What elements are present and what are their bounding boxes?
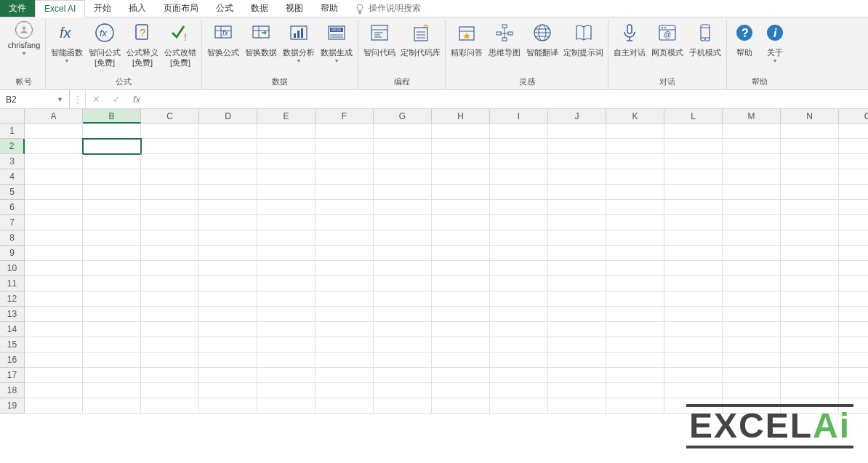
cell[interactable] (781, 307, 839, 322)
cell[interactable] (257, 291, 316, 307)
ask-formula-button[interactable]: fx 智问公式 [免费] (87, 20, 123, 70)
cell[interactable] (432, 353, 490, 368)
cell[interactable] (199, 246, 257, 261)
cell[interactable] (316, 322, 374, 337)
cell[interactable] (490, 337, 548, 353)
cell[interactable] (664, 230, 723, 246)
cell[interactable] (83, 353, 141, 368)
cell[interactable] (141, 383, 199, 398)
cell[interactable] (781, 261, 839, 276)
tab-layout[interactable]: 页面布局 (155, 0, 207, 17)
cell[interactable] (432, 337, 490, 353)
cell[interactable] (83, 185, 141, 200)
cell[interactable] (83, 246, 141, 261)
cell[interactable] (374, 200, 432, 215)
cell[interactable] (664, 276, 723, 291)
cell[interactable] (839, 169, 868, 185)
cell[interactable] (141, 230, 199, 246)
cell[interactable] (490, 169, 548, 185)
cell[interactable] (781, 368, 839, 383)
tab-insert[interactable]: 插入 (120, 0, 155, 17)
cell[interactable] (199, 169, 257, 185)
cell[interactable] (490, 398, 548, 414)
cell[interactable] (199, 124, 257, 139)
cell[interactable] (664, 383, 723, 398)
swap-data-button[interactable]: 智换数据 (243, 20, 279, 59)
cell[interactable] (257, 246, 316, 261)
cell[interactable] (664, 291, 723, 307)
col-header-H[interactable]: H (432, 109, 490, 124)
cell[interactable] (199, 215, 257, 230)
cell[interactable] (548, 368, 606, 383)
cell[interactable] (257, 230, 316, 246)
cell[interactable] (664, 307, 723, 322)
cell[interactable] (490, 383, 548, 398)
cell[interactable] (548, 398, 606, 414)
cell[interactable] (548, 169, 606, 185)
row-header-17[interactable]: 17 (0, 368, 25, 383)
cell[interactable] (199, 368, 257, 383)
cell[interactable] (781, 169, 839, 185)
cell[interactable] (141, 139, 199, 154)
cell[interactable] (781, 246, 839, 261)
cell[interactable] (316, 291, 374, 307)
row-header-10[interactable]: 10 (0, 261, 25, 276)
cell[interactable] (199, 307, 257, 322)
cell[interactable] (664, 261, 723, 276)
cell[interactable] (781, 139, 839, 154)
cell[interactable] (25, 169, 83, 185)
col-header-C[interactable]: C (141, 109, 199, 124)
cell[interactable] (606, 368, 664, 383)
cell[interactable] (664, 139, 723, 154)
cell[interactable] (374, 246, 432, 261)
cell[interactable] (781, 383, 839, 398)
tab-data[interactable]: 数据 (242, 0, 277, 17)
cell[interactable] (374, 307, 432, 322)
cell[interactable] (83, 291, 141, 307)
cell[interactable] (316, 215, 374, 230)
cell[interactable] (374, 353, 432, 368)
cell[interactable] (490, 246, 548, 261)
cell[interactable] (316, 230, 374, 246)
cell[interactable] (83, 154, 141, 169)
row-header-2[interactable]: 2 (0, 139, 25, 154)
cell[interactable] (606, 200, 664, 215)
cell[interactable] (25, 215, 83, 230)
cell[interactable] (490, 322, 548, 337)
cell[interactable] (723, 383, 781, 398)
auto-dialog-button[interactable]: 自主对话 (611, 20, 648, 59)
cell[interactable] (374, 124, 432, 139)
cell[interactable] (781, 353, 839, 368)
cell[interactable] (199, 291, 257, 307)
cell[interactable] (83, 307, 141, 322)
cell[interactable] (839, 353, 868, 368)
cell[interactable] (432, 185, 490, 200)
cell[interactable] (723, 261, 781, 276)
cell[interactable] (606, 337, 664, 353)
cell[interactable] (548, 261, 606, 276)
cell[interactable] (839, 337, 868, 353)
cell[interactable] (374, 276, 432, 291)
cell[interactable] (781, 291, 839, 307)
cell[interactable] (606, 276, 664, 291)
cell[interactable] (83, 276, 141, 291)
cell[interactable] (606, 353, 664, 368)
cell[interactable] (606, 291, 664, 307)
cell[interactable] (257, 185, 316, 200)
row-header-9[interactable]: 9 (0, 246, 25, 261)
cell[interactable] (606, 246, 664, 261)
cell[interactable] (723, 276, 781, 291)
cell[interactable] (606, 185, 664, 200)
cancel-edit-button[interactable]: ✕ (86, 90, 106, 108)
cell[interactable] (606, 215, 664, 230)
cell[interactable] (432, 307, 490, 322)
cell[interactable] (141, 368, 199, 383)
cell[interactable] (199, 230, 257, 246)
cell[interactable] (83, 398, 141, 414)
cell[interactable] (432, 276, 490, 291)
cell[interactable] (374, 139, 432, 154)
row-header-3[interactable]: 3 (0, 154, 25, 169)
cell[interactable] (548, 139, 606, 154)
cell[interactable] (664, 154, 723, 169)
cell[interactable] (432, 154, 490, 169)
